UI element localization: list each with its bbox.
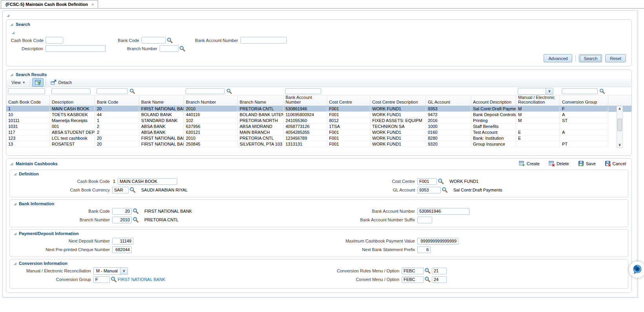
column-filter-input[interactable] (562, 88, 598, 94)
bank-code-input[interactable] (142, 37, 166, 44)
table-cell: 13 (6, 141, 50, 147)
table-vertical-scrollbar[interactable]: ∧ ∨ (617, 106, 623, 148)
table-row[interactable]: 13ROSATEST20FIRST NATIONAL BANK250845SIL… (6, 141, 631, 147)
collapse-region-icon[interactable]: ◢ (7, 14, 9, 17)
column-header[interactable]: Bank Code (95, 95, 139, 106)
scrollbar-track[interactable] (617, 111, 622, 142)
save-button[interactable]: Save (578, 161, 596, 167)
search-button[interactable]: Search (579, 54, 602, 62)
table-row[interactable]: 10111Maenetja Receipts1STANDARD BANK102P… (6, 118, 631, 124)
currency-input[interactable] (112, 187, 129, 193)
table-row[interactable]: 117ABSA STUDENT DEPO...2ABSA BANK630121M… (6, 130, 631, 135)
table-row[interactable]: 10310012ABSA BANK637956ABSA MIDRAND40587… (6, 124, 631, 130)
account-suffix-input[interactable] (417, 217, 432, 223)
column-filter-input[interactable] (8, 88, 45, 94)
results-collapse-icon[interactable]: ◢ (10, 73, 13, 77)
description-input[interactable] (45, 45, 106, 52)
conversion-group-link[interactable]: FIRST NATIONAL BANK (118, 277, 165, 282)
conversion-group-input[interactable] (93, 276, 110, 283)
maintain-collapse-icon[interactable]: ◢ (10, 162, 13, 166)
table-cell: 2 (95, 130, 139, 135)
cost-centre-lookup-icon[interactable] (438, 178, 444, 184)
filter-lookup-icon[interactable] (226, 88, 232, 94)
table-row[interactable]: 10TOETS KASBOEK44BOLAND BANK440116BOLAND… (6, 112, 631, 118)
conversion-rules-lookup-icon[interactable] (424, 268, 431, 274)
bank-account-number-input[interactable] (240, 37, 287, 44)
column-header[interactable]: Cost Centre (327, 95, 370, 106)
gl-account-input[interactable] (417, 187, 441, 193)
column-header[interactable]: Bank Account Number (284, 95, 327, 106)
max-payment-input[interactable] (417, 238, 458, 244)
column-header[interactable]: Manual / Electronic Reconciliation (516, 95, 560, 106)
query-by-example-toggle-button[interactable] (32, 78, 44, 87)
branch-number-input[interactable] (160, 45, 178, 52)
convert-option-input[interactable] (432, 276, 447, 283)
currency-lookup-icon[interactable] (129, 187, 136, 193)
reset-button[interactable]: Reset (605, 54, 626, 62)
view-menu-button[interactable]: View ▼ (9, 79, 28, 86)
column-header[interactable]: Account Description (471, 95, 516, 106)
gl-account-label: GL Account (308, 188, 417, 192)
account-number-input[interactable] (417, 208, 469, 215)
conversion-group-lookup-icon[interactable] (111, 276, 117, 283)
reconciliation-select[interactable]: M - Manual ∨ (93, 267, 128, 275)
conversion-rules-option-input[interactable] (432, 268, 447, 274)
detach-button[interactable]: Detach (48, 78, 75, 87)
cash-book-code-input[interactable] (45, 37, 63, 44)
filter-lookup-icon[interactable] (599, 88, 605, 94)
column-header[interactable]: Bank Name (139, 95, 184, 106)
convert-menu-lookup-icon[interactable] (424, 276, 431, 283)
column-header[interactable]: Cost Centre Description (370, 95, 426, 106)
tab-maintain-cash-book[interactable]: {FCSC-5} Maintain Cash Book Definition × (1, 0, 98, 8)
column-header[interactable]: Branch Number (184, 95, 238, 106)
statement-prefix-input[interactable] (417, 246, 431, 253)
delete-button[interactable]: Delete (549, 161, 569, 167)
table-row[interactable]: 123LCL test cashbook20FIRST NATIONAL BAN… (6, 135, 631, 141)
column-header[interactable]: Cash Book Code (6, 95, 50, 106)
bank-code-detail-input[interactable] (112, 208, 132, 215)
search-collapse-icon[interactable]: ◢ (10, 23, 13, 26)
table-cell: WORK FUND1 (370, 130, 426, 135)
cancel-button[interactable]: Cancel (605, 161, 626, 167)
scrollbar-thumb[interactable] (617, 119, 622, 131)
column-filter-input[interactable] (96, 88, 128, 94)
column-header[interactable]: Description (50, 95, 95, 106)
table-row[interactable]: 1MAIN CASH BOOK20FIRST NATIONAL BANK2010… (6, 106, 631, 112)
branch-number-detail-input[interactable] (112, 217, 132, 223)
bank-code-lookup-icon[interactable] (167, 37, 173, 44)
column-filter-input[interactable] (51, 88, 91, 94)
branch-number-lookup-icon[interactable] (179, 46, 186, 52)
column-header[interactable]: Conversion Group (560, 95, 608, 106)
column-filter-input[interactable] (285, 88, 321, 94)
gl-account-lookup-icon[interactable] (442, 187, 448, 193)
create-button[interactable]: Create (519, 161, 540, 167)
bank-info-collapse-icon[interactable]: ◢ (14, 202, 16, 206)
advanced-button[interactable]: Advanced (544, 54, 572, 62)
column-filter-select[interactable]: ∨ (518, 88, 553, 95)
definition-collapse-icon[interactable]: ◢ (14, 172, 16, 176)
next-cheque-input[interactable] (112, 246, 132, 253)
scroll-down-icon[interactable]: ∨ (619, 142, 621, 148)
tab-close-icon[interactable]: × (91, 2, 94, 7)
table-cell: ABSA STUDENT DEPO... (50, 130, 95, 135)
cash-book-name-input[interactable] (118, 178, 177, 185)
convert-menu-input[interactable] (402, 276, 424, 283)
conversion-rules-menu-input[interactable] (402, 268, 424, 274)
column-header[interactable]: GL Account (426, 95, 471, 106)
scroll-up-icon[interactable]: ∧ (619, 106, 621, 111)
filter-lookup-icon[interactable] (129, 88, 135, 94)
payment-collapse-icon[interactable]: ◢ (14, 232, 16, 235)
chat-bubble-button[interactable] (629, 261, 644, 278)
conversion-collapse-icon[interactable]: ◢ (14, 262, 16, 265)
filter-cell (6, 87, 50, 95)
branch-number-detail-lookup-icon[interactable] (133, 217, 139, 223)
column-header[interactable]: Branch Name (238, 95, 284, 106)
column-filter-input[interactable] (186, 88, 225, 94)
next-deposit-input[interactable] (112, 238, 133, 244)
bank-info-title: Bank Information (19, 201, 54, 206)
table-cell: Maenetja Receipts (50, 118, 95, 124)
cost-centre-input[interactable] (417, 178, 437, 185)
search-inner-collapse-icon[interactable]: ◢ (12, 31, 15, 35)
bank-code-detail-lookup-icon[interactable] (133, 208, 139, 214)
conversion-group-label: Conversion Group (10, 277, 93, 282)
